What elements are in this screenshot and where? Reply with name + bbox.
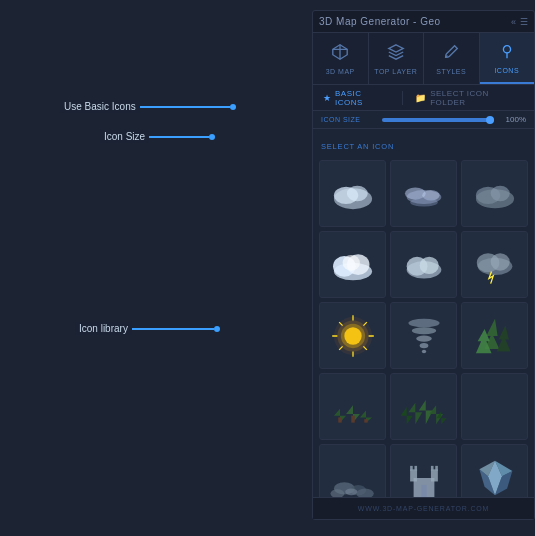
tab-styles-label: STYLES (436, 68, 466, 75)
svg-point-20 (490, 253, 509, 270)
annotation-use-basic-icons: Use Basic Icons (60, 100, 236, 113)
icon-size-label: ICON SIZE (321, 116, 376, 123)
icon-cell-cloud-fluffy[interactable] (319, 231, 386, 298)
annotation-dot-1 (230, 104, 236, 110)
svg-point-10 (490, 185, 509, 201)
menu-button[interactable]: ☰ (520, 17, 528, 27)
panel-footer: WWW.3D-MAP-GENERATOR.COM (313, 497, 534, 519)
svg-rect-46 (364, 419, 367, 422)
svg-point-14 (342, 255, 359, 271)
svg-point-36 (419, 342, 428, 347)
icon-cell-sun[interactable] (319, 302, 386, 369)
select-folder-tab[interactable]: 📁 SELECT ICON FOLDER (411, 87, 528, 109)
tab-bar: 3D MAP TOP LAYER STYLES (313, 33, 534, 85)
icon-cell-forest-hills[interactable] (319, 373, 386, 440)
cube-icon (331, 43, 349, 65)
panel-controls: « ☰ (511, 17, 528, 27)
tab-icons-label: ICONS (494, 67, 519, 74)
svg-point-37 (421, 349, 425, 352)
icon-cell-tornado[interactable] (390, 302, 457, 369)
tab-3dmap[interactable]: 3D MAP (313, 33, 369, 84)
svg-point-17 (419, 256, 438, 273)
collapse-button[interactable]: « (511, 17, 516, 27)
svg-rect-59 (430, 469, 437, 481)
tab-toplayer[interactable]: TOP LAYER (369, 33, 425, 84)
svg-rect-61 (414, 465, 417, 470)
icons-grid-container[interactable] (313, 156, 534, 497)
brush-icon (442, 43, 460, 65)
svg-point-5 (404, 187, 425, 199)
select-folder-label: SELECT ICON FOLDER (430, 89, 524, 107)
svg-rect-60 (410, 465, 413, 470)
annotation-label-use-basic: Use Basic Icons (60, 100, 140, 113)
layers-icon (387, 43, 405, 65)
annotation-dot-2 (209, 134, 215, 140)
svg-point-56 (345, 488, 357, 495)
pin-icon (498, 42, 516, 64)
annotation-line-1 (140, 106, 230, 108)
icons-grid (319, 160, 528, 497)
tab-styles[interactable]: STYLES (424, 33, 480, 84)
svg-marker-39 (496, 325, 510, 351)
icon-size-row: ICON SIZE 100% (313, 111, 534, 129)
panel-titlebar: 3D Map Generator - Geo « ☰ (313, 11, 534, 33)
tab-3dmap-label: 3D MAP (326, 68, 355, 75)
annotation-label-icon-library: Icon library (75, 322, 132, 335)
main-panel: 3D Map Generator - Geo « ☰ 3D MAP (312, 10, 535, 520)
icon-cell-cloud-light[interactable] (319, 160, 386, 227)
annotation-icon-library: Icon library (75, 322, 220, 335)
svg-rect-62 (430, 465, 433, 470)
icon-cell-empty[interactable] (461, 373, 528, 440)
basic-icons-label: BASIC ICONS (335, 89, 390, 107)
annotation-label-icon-size: Icon Size (100, 130, 149, 143)
star-icon: ★ (323, 93, 331, 103)
icon-cell-cloud-medium[interactable] (390, 231, 457, 298)
footer-url: WWW.3D-MAP-GENERATOR.COM (358, 505, 489, 512)
icon-cell-cloud-wispy[interactable] (390, 160, 457, 227)
svg-rect-64 (421, 484, 426, 496)
svg-rect-63 (435, 465, 438, 470)
svg-rect-45 (351, 415, 354, 422)
annotation-line-3 (132, 328, 214, 330)
select-icon-row: SELECT AN ICON (313, 129, 534, 156)
icon-cell-rocks[interactable] (319, 444, 386, 497)
tab-icons[interactable]: ICONS (480, 33, 535, 84)
svg-point-7 (410, 197, 438, 206)
panel-title: 3D Map Generator - Geo (319, 16, 441, 27)
icon-cell-cloud-storm[interactable] (461, 231, 528, 298)
select-icon-label: SELECT AN ICON (321, 142, 394, 151)
svg-point-34 (411, 327, 435, 334)
icon-cell-forest-dense[interactable] (390, 373, 457, 440)
icon-cell-cloud-dark[interactable] (461, 160, 528, 227)
svg-marker-48 (408, 402, 422, 424)
annotation-dot-3 (214, 326, 220, 332)
svg-point-3 (346, 185, 367, 201)
annotation-icon-size: Icon Size (100, 130, 215, 143)
tab-toplayer-label: TOP LAYER (374, 68, 417, 75)
section-tab-divider (402, 91, 403, 105)
svg-rect-44 (338, 417, 341, 422)
basic-icons-tab[interactable]: ★ BASIC ICONS (319, 87, 394, 109)
icon-size-slider[interactable] (382, 118, 494, 122)
icon-size-fill (382, 118, 494, 122)
icon-cell-trees[interactable] (461, 302, 528, 369)
icon-size-thumb (486, 116, 494, 124)
svg-point-33 (408, 318, 439, 327)
svg-point-35 (416, 335, 432, 341)
section-tabs: ★ BASIC ICONS 📁 SELECT ICON FOLDER (313, 85, 534, 111)
icon-cell-crystal[interactable] (461, 444, 528, 497)
icon-size-value: 100% (500, 115, 526, 124)
folder-icon: 📁 (415, 93, 426, 103)
svg-marker-51 (436, 411, 446, 424)
svg-rect-58 (410, 469, 417, 481)
annotation-line-2 (149, 136, 209, 138)
svg-point-0 (503, 45, 510, 52)
icon-cell-castle[interactable] (390, 444, 457, 497)
